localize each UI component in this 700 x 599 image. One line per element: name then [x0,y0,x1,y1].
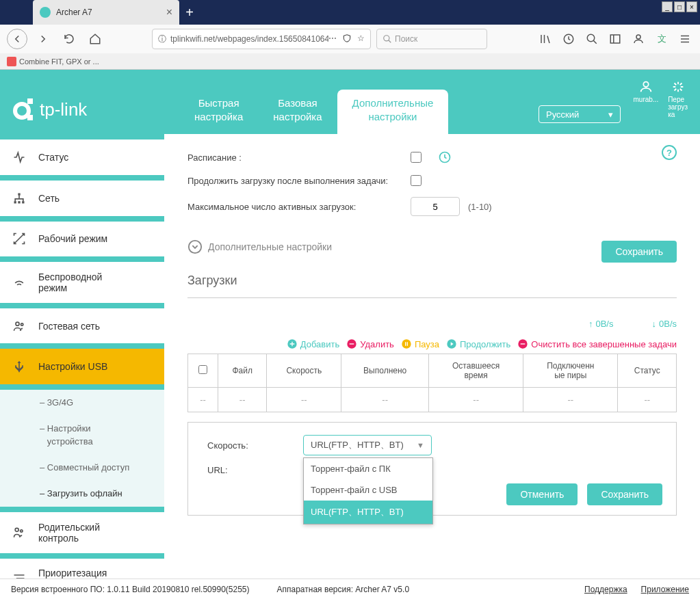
main-tabs: Быстраянастройка Базоваянастройка Дополн… [179,90,448,134]
new-tab-button[interactable]: + [179,0,200,25]
sidebar-item-parental[interactable]: Родительскийконтроль [0,512,164,553]
search-placeholder: Поиск [395,34,417,44]
reboot-button[interactable]: Перезагрузка [668,79,688,118]
more-icon[interactable]: ⋯ [328,34,337,45]
tab-favicon [40,7,51,18]
restore-button[interactable]: □ [674,1,685,12]
star-icon[interactable]: ☆ [357,34,365,45]
downloads-title: Загрузки [187,274,677,288]
url-bar[interactable]: ⓘ tplinkwifi.net/webpages/index.15650841… [152,29,371,49]
speed-label: Скорость: [207,440,303,451]
url-label: URL: [207,465,303,475]
save-button-top[interactable]: Сохранить [601,241,677,263]
tab-advanced[interactable]: Дополнительныенастройки [337,90,449,134]
bookmark-favicon [7,57,16,66]
browser-tab[interactable]: Archer A7 × [33,0,179,25]
tab-basic[interactable]: Базоваянастройка [258,90,337,134]
language-select[interactable]: Русский ▾ [539,105,621,123]
pause-button[interactable]: Пауза [401,338,439,349]
svg-rect-7 [27,115,33,120]
svg-point-4 [636,35,640,39]
sidebar: Статус Сеть Рабочий режим Беспроводнойре… [0,134,164,599]
svg-point-21 [402,339,411,348]
user-account[interactable]: murab... [633,79,658,118]
svg-point-5 [15,104,29,118]
search-icon[interactable] [584,31,600,47]
upload-speed: ↑ 0B/s [588,319,614,329]
forward-button[interactable] [33,29,53,49]
select-value: URL(FTP、HTTP、BT) [311,439,404,451]
chevron-down-icon: ▾ [608,109,613,120]
svg-point-13 [16,322,19,325]
sidebar-item-network[interactable]: Сеть [0,181,164,216]
clock-icon[interactable] [438,150,452,164]
cancel-button[interactable]: Отменить [506,483,578,505]
downloads-toolbar: Добавить Удалить Пауза Продолжить Очисти… [187,338,677,349]
back-button[interactable] [7,29,27,49]
continue-checkbox[interactable] [411,175,422,186]
svg-point-16 [21,530,23,532]
submenu-offline-download[interactable]: – Загрузить офлайн [40,481,164,507]
max-active-input[interactable] [411,197,460,216]
submenu-device[interactable]: – Настройки устройства [40,416,164,454]
sidebar-icon[interactable] [607,31,623,47]
sidebar-item-opmode[interactable]: Рабочий режим [0,222,164,257]
minimize-button[interactable]: _ [662,1,673,12]
add-button[interactable]: Добавить [287,338,339,349]
option-torrent-usb[interactable]: Торрент-файл с USB [304,479,432,501]
svg-point-2 [587,34,595,42]
col-file: Файл [218,354,267,388]
col-status: Статус [618,354,677,388]
save-button-panel[interactable]: Сохранить [587,483,662,505]
clear-completed-button[interactable]: Очистить все завершенные задачи [517,338,677,349]
option-torrent-pc[interactable]: Торрент-файл с ПК [304,458,432,479]
menu-icon[interactable] [677,31,693,47]
account-icon[interactable] [630,31,647,47]
continue-button[interactable]: Продолжить [446,338,510,349]
col-speed: Скорость [267,354,341,388]
app-link[interactable]: Приложение [641,585,689,594]
library-icon[interactable] [537,31,554,47]
sidebar-item-usb[interactable]: Настройки USB [0,349,164,384]
language-value: Русский [546,109,579,120]
sidebar-usb-submenu: – 3G/4G – Настройки устройства – Совмест… [0,390,164,507]
sidebar-item-wireless[interactable]: Беспроводнойрежим [0,262,164,302]
tab-title: Archer A7 [56,8,166,17]
sidebar-item-status[interactable]: Статус [0,139,164,175]
page-header: tp-link Быстраянастройка Базоваянастройк… [0,70,700,134]
home-button[interactable] [85,29,105,49]
submenu-share[interactable]: – Совместный доступ [40,455,164,481]
downloads-table: Файл Скорость Выполнено Оставшеесявремя … [187,354,677,412]
option-url[interactable]: URL(FTP、HTTP、BT) [304,501,432,524]
svg-rect-6 [27,98,33,104]
title-bar: Archer A7 × + _ □ × [0,0,700,25]
support-link[interactable]: Поддержка [584,585,627,594]
bookmark-label: Combine FIT, GPX or ... [19,57,99,66]
schedule-checkbox[interactable] [411,152,422,163]
shield-icon[interactable] [342,34,352,45]
svg-point-8 [643,82,648,87]
main-content: ? Расписание : Продолжить загрузку после… [164,134,700,599]
translate-icon[interactable]: 文 [653,31,670,47]
tab-quick-setup[interactable]: Быстраянастройка [179,90,258,134]
submenu-3g4g[interactable]: – 3G/4G [40,390,164,416]
history-icon[interactable] [560,31,577,47]
delete-button[interactable]: Удалить [346,338,394,349]
search-input[interactable]: Поиск [376,29,487,49]
url-text: tplinkwifi.net/webpages/index.1565084106… [170,34,328,44]
col-done: Выполнено [341,354,429,388]
close-tab-icon[interactable]: × [166,6,172,18]
schedule-label: Расписание : [187,152,411,163]
max-active-label: Максимальное число активных загрузок: [187,202,411,212]
select-all-checkbox[interactable] [198,365,207,374]
sidebar-item-guest[interactable]: Гостевая сеть [0,308,164,344]
source-type-select[interactable]: URL(FTP、HTTP、BT) ▼ Торрент-файл с ПК Тор… [303,435,432,455]
svg-point-18 [189,241,201,253]
table-row: -- -- -- -- -- -- -- [188,388,677,412]
firmware-version: Версия встроенного ПО: 1.0.11 Build 2019… [11,585,250,594]
bookmark-item[interactable]: Combine FIT, GPX or ... [7,57,99,66]
reload-button[interactable] [59,29,79,49]
browser-chrome: Archer A7 × + _ □ × ⓘ tplinkwifi.net/web… [0,0,700,70]
close-window-button[interactable]: × [686,1,697,12]
help-icon[interactable]: ? [662,145,677,160]
